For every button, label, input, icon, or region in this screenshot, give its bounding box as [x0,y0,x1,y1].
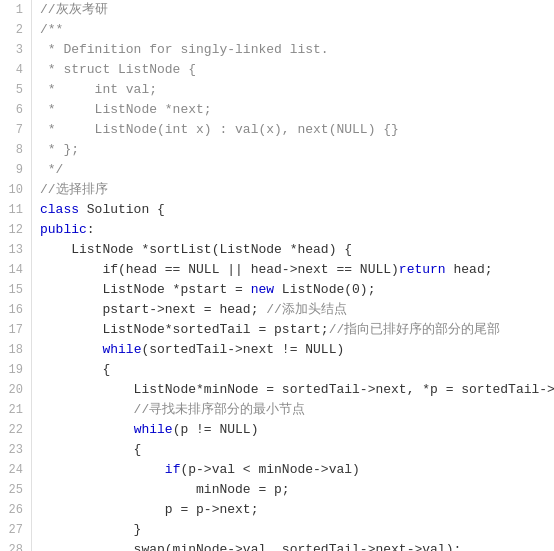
keyword: while [134,422,173,437]
code-text: minNode = p; [40,482,290,497]
code-line: * ListNode *next; [40,100,554,120]
code-line: { [40,440,554,460]
code-text [40,422,134,437]
code-text: ListNode(0); [274,282,375,297]
line-number: 21 [4,400,23,420]
line-number: 8 [4,140,23,160]
code-text: Solution { [79,202,165,217]
comment: //指向已排好序的部分的尾部 [329,322,501,337]
line-number: 4 [4,60,23,80]
line-number: 20 [4,380,23,400]
code-line: } [40,520,554,540]
code-text: if(head == NULL || head->next == NULL) [40,262,399,277]
code-line: minNode = p; [40,480,554,500]
code-content[interactable]: //灰灰考研/** * Definition for singly-linked… [32,0,554,551]
comment: */ [40,162,63,177]
code-line: ListNode *sortList(ListNode *head) { [40,240,554,260]
code-line: class Solution { [40,200,554,220]
line-number: 2 [4,20,23,40]
line-number: 25 [4,480,23,500]
code-line: swap(minNode->val, sortedTail->next->val… [40,540,554,551]
comment: //添加头结点 [266,302,347,317]
code-line: ListNode *pstart = new ListNode(0); [40,280,554,300]
code-text [40,462,165,477]
code-line: //灰灰考研 [40,0,554,20]
code-line: p = p->next; [40,500,554,520]
keyword: if [165,462,181,477]
comment: * Definition for singly-linked list. [40,42,329,57]
code-text: ListNode *pstart = [40,282,251,297]
code-text [40,342,102,357]
comment: * struct ListNode { [40,62,196,77]
line-number: 13 [4,240,23,260]
code-text: pstart->next = head; [40,302,266,317]
keyword: public [40,222,87,237]
code-line: while(p != NULL) [40,420,554,440]
code-line: if(p->val < minNode->val) [40,460,554,480]
line-number: 24 [4,460,23,480]
line-number: 17 [4,320,23,340]
keyword: new [251,282,274,297]
line-number: 18 [4,340,23,360]
line-number: 19 [4,360,23,380]
code-editor: 1234567891011121314151617181920212223242… [0,0,554,551]
code-line: public: [40,220,554,240]
code-line: */ [40,160,554,180]
comment: /** [40,22,63,37]
code-line: * }; [40,140,554,160]
code-line: //选择排序 [40,180,554,200]
keyword: while [102,342,141,357]
code-line: * int val; [40,80,554,100]
line-number: 26 [4,500,23,520]
comment: * ListNode(int x) : val(x), next(NULL) {… [40,122,399,137]
line-number: 9 [4,160,23,180]
line-number: 22 [4,420,23,440]
line-number: 1 [4,0,23,20]
code-text: ListNode*sortedTail = pstart; [40,322,329,337]
comment: //寻找未排序部分的最小节点 [40,402,305,417]
code-text: swap(minNode->val, sortedTail->next->val… [40,542,461,551]
code-line: while(sortedTail->next != NULL) [40,340,554,360]
keyword: class [40,202,79,217]
code-text: (p->val < minNode->val) [180,462,359,477]
code-text: } [40,522,141,537]
code-line: { [40,360,554,380]
line-number: 11 [4,200,23,220]
code-text: (p != NULL) [173,422,259,437]
line-number: 3 [4,40,23,60]
code-line: pstart->next = head; //添加头结点 [40,300,554,320]
code-text: ListNode *sortList(ListNode *head) { [40,242,352,257]
line-number: 28 [4,540,23,551]
code-text: head; [446,262,493,277]
code-line: * struct ListNode { [40,60,554,80]
line-number: 23 [4,440,23,460]
comment: * ListNode *next; [40,102,212,117]
line-number: 12 [4,220,23,240]
code-line: * ListNode(int x) : val(x), next(NULL) {… [40,120,554,140]
line-number: 10 [4,180,23,200]
code-text: : [87,222,95,237]
code-text: ListNode*minNode = sortedTail->next, *p … [40,382,554,397]
line-number: 15 [4,280,23,300]
line-number: 5 [4,80,23,100]
comment: //选择排序 [40,182,108,197]
line-numbers: 1234567891011121314151617181920212223242… [0,0,32,551]
code-text: { [40,442,141,457]
code-line: ListNode*minNode = sortedTail->next, *p … [40,380,554,400]
code-text: (sortedTail->next != NULL) [141,342,344,357]
comment: * int val; [40,82,157,97]
line-number: 14 [4,260,23,280]
line-number: 7 [4,120,23,140]
code-line: ListNode*sortedTail = pstart;//指向已排好序的部分… [40,320,554,340]
keyword: return [399,262,446,277]
code-line: /** [40,20,554,40]
code-line: if(head == NULL || head->next == NULL)re… [40,260,554,280]
code-text: { [40,362,110,377]
line-number: 6 [4,100,23,120]
code-line: * Definition for singly-linked list. [40,40,554,60]
code-text: p = p->next; [40,502,258,517]
line-number: 16 [4,300,23,320]
code-body: 1234567891011121314151617181920212223242… [0,0,554,551]
comment: * }; [40,142,79,157]
line-number: 27 [4,520,23,540]
